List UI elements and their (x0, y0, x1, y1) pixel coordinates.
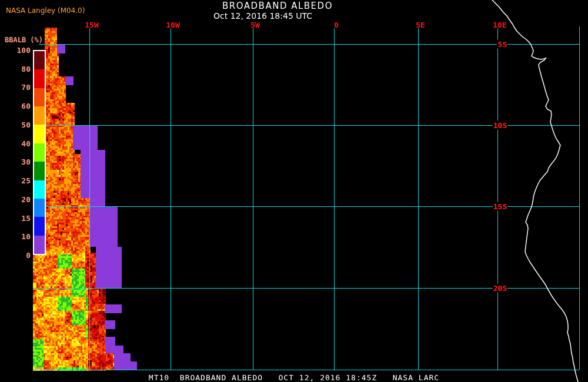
colorbar-segment (34, 180, 45, 199)
colorbar-title: BBALB (%) (5, 36, 43, 44)
latitude-tick-label: 10S (493, 121, 507, 130)
colorbar-segment (34, 236, 45, 254)
map-grid-coastline-layer (0, 0, 588, 382)
colorbar-segment (34, 143, 45, 162)
footer-caption: MT10 BROADBAND ALBEDO OCT 12, 2016 18:45… (149, 373, 439, 382)
colorbar-segment (34, 199, 45, 217)
longitude-tick-label: 0 (334, 21, 339, 29)
page-title: BROADBAND ALBEDO (222, 1, 333, 11)
broadband-albedo-viewer: NASA Langley (M04.0) BROADBAND ALBEDO Oc… (0, 0, 588, 382)
latitude-tick-label: 5S (497, 40, 507, 49)
colorbar-tick-label: 100 (12, 46, 31, 55)
colorbar-tick-label: 60 (12, 102, 31, 110)
latitude-tick-label: 15S (493, 202, 507, 211)
colorbar-segment (34, 217, 45, 235)
source-label: NASA Langley (M04.0) (6, 6, 85, 15)
timestamp-subtitle: Oct 12, 2016 18:45 UTC (213, 11, 312, 21)
colorbar (33, 50, 46, 255)
latitude-tick-label: 20S (493, 284, 507, 293)
colorbar-tick-label: 50 (12, 120, 31, 129)
longitude-tick-label: 15W (85, 21, 98, 29)
longitude-tick-label: 10W (166, 21, 179, 29)
colorbar-segment (34, 69, 45, 88)
coastline (492, 0, 578, 382)
colorbar-segment (34, 88, 45, 106)
colorbar-tick-label: 10 (12, 232, 31, 241)
colorbar-tick-label: 15 (12, 213, 31, 222)
longitude-tick-label: 5W (250, 21, 260, 29)
colorbar-segment (34, 125, 45, 143)
colorbar-segment (34, 106, 45, 125)
longitude-tick-label: 10E (493, 21, 506, 29)
colorbar-tick-label: 25 (12, 176, 31, 185)
colorbar-tick-label: 70 (12, 83, 31, 92)
colorbar-segment (34, 51, 45, 69)
colorbar-tick-label: 20 (12, 195, 31, 203)
colorbar-segment (34, 162, 45, 180)
colorbar-tick-label: 30 (12, 158, 31, 166)
colorbar-tick-label: 80 (12, 64, 31, 73)
colorbar-tick-label: 0 (12, 251, 31, 260)
colorbar-tick-label: 40 (12, 139, 31, 148)
longitude-tick-label: 5E (416, 21, 425, 29)
